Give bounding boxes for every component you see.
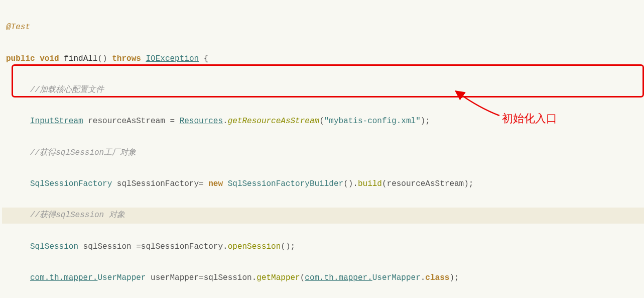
punct: (). [343,179,358,188]
class-token: UserMapper [97,273,146,282]
type-token: SqlSessionFactory [30,179,112,188]
class-token: SqlSessionFactoryBuilder [228,179,343,188]
punct: ); [449,273,459,282]
code-line: @Test [2,20,644,35]
punct: (resourceAsStream); [382,179,473,188]
space [223,179,228,188]
code-line: public void findAll() throws IOException… [2,51,644,67]
keyword-token: class [425,273,449,282]
comment: //获得sqlSession 对象 [30,211,125,220]
punct: . [421,273,426,282]
keyword-token: throws [112,54,141,63]
type-token: IOException [146,54,199,63]
code-line: SqlSession sqlSession =sqlSessionFactory… [2,239,644,255]
keyword-token: public [6,54,35,63]
var-token: sqlSession =sqlSessionFactory. [78,242,228,251]
code-line: //加载核心配置文件 [2,82,644,98]
var-token: sqlSessionFactory= [112,179,208,188]
method-call: build [358,179,382,188]
punct: ( [319,117,324,126]
keyword-token: void [40,54,59,63]
package-token: com.th.mapper. [30,273,97,282]
class-token: UserMapper [372,273,421,282]
comment: //加载核心配置文件 [30,85,104,94]
annotation-label: 初始化入口 [502,108,557,130]
method-call: getMapper [256,273,300,282]
code-line: SqlSessionFactory sqlSessionFactory= new… [2,176,644,192]
code-line: com.th.mapper.UserMapper userMapper=sqlS… [2,270,644,286]
punct: ); [421,117,430,126]
type-token: SqlSession [30,242,78,251]
class-token: Resources [180,117,223,126]
comment: //获得sqlSession工厂对象 [30,148,136,157]
method-call: getResourceAsStream [228,117,319,126]
brace: { [199,54,208,63]
package-token: com.th.mapper. [305,273,372,282]
punct: () [97,54,107,63]
code-line-highlighted: //获得sqlSession 对象 [2,208,644,223]
method-call: openSession [228,242,281,251]
keyword-token: new [208,179,223,188]
punct: . [223,117,228,126]
string-token: "mybatis-config.xml" [324,117,421,126]
punct: (); [281,242,295,251]
var-token: resourceAsStream = [83,117,180,126]
punct: ( [300,273,305,282]
code-block: @Test public void findAll() throws IOExc… [0,0,644,298]
method-name: findAll [64,54,97,63]
type-token: InputStream [30,117,83,126]
var-token: userMapper=sqlSession. [146,273,256,282]
code-line: //获得sqlSession工厂对象 [2,145,644,161]
annotation-token: @Test [6,23,30,32]
